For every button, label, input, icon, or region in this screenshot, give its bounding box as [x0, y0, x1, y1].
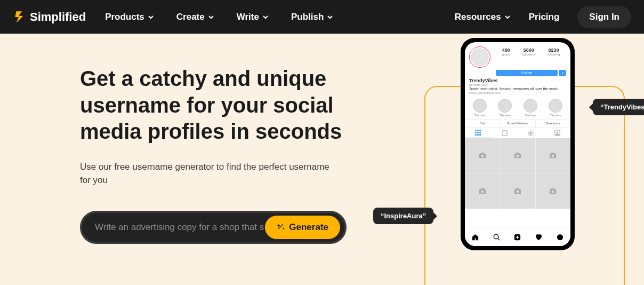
highlight-label: Title here — [549, 114, 562, 117]
highlight-label: Title here — [524, 114, 537, 117]
stat-num: 8230 — [548, 48, 560, 53]
nav-label: Publish — [291, 12, 324, 22]
nav-products[interactable]: Products — [105, 12, 154, 22]
svg-rect-0 — [502, 131, 507, 136]
contact-directions: Directions — [536, 120, 570, 127]
profile-tabs — [465, 128, 570, 138]
photo-grid — [465, 138, 570, 209]
hero-content: Get a catchy and unique username for you… — [80, 66, 384, 244]
nav-label: Write — [237, 12, 259, 22]
camera-icon — [549, 188, 557, 195]
svg-point-4 — [481, 155, 484, 157]
follow-button: Follow — [496, 70, 558, 76]
svg-point-8 — [517, 190, 519, 193]
follow-caret: ▾ — [559, 70, 566, 76]
home-icon — [471, 233, 479, 241]
nav-write[interactable]: Write — [237, 12, 269, 22]
hero: Get a catchy and unique username for you… — [0, 34, 644, 244]
profile-bio: Travel enthusiast. Making memories all o… — [465, 86, 570, 91]
stat-num: 5600 — [522, 48, 535, 53]
camera-icon — [478, 188, 487, 195]
logo[interactable]: Simplified — [13, 10, 86, 24]
camera-icon — [478, 152, 487, 159]
generate-button-label: Generate — [289, 222, 328, 233]
heart-icon — [535, 233, 543, 241]
phone-illustration: 480posts 5600followers 8230following Fol… — [412, 54, 625, 285]
stat-label: posts — [502, 53, 510, 56]
signin-button[interactable]: Sign In — [577, 6, 631, 28]
svg-point-3 — [557, 132, 558, 133]
contact-call: Call — [465, 120, 500, 127]
avatar — [469, 46, 490, 68]
tagged-tab — [544, 128, 571, 138]
svg-point-7 — [481, 190, 484, 193]
prompt-input-wrap: Generate — [80, 211, 347, 244]
contact-row: Call Email Address Directions — [465, 120, 570, 128]
camera-icon — [513, 152, 522, 159]
highlight-label: Title here — [498, 114, 512, 117]
grid-icon — [475, 130, 481, 136]
profile-stats: 480posts 5600followers 8230following — [496, 46, 566, 68]
chevron-down-icon — [262, 14, 269, 20]
nav-label: Resources — [455, 12, 501, 22]
chevron-down-icon — [148, 14, 154, 20]
tooltip-inspireaura: “InspireAura” — [373, 208, 433, 224]
svg-point-10 — [494, 234, 498, 239]
navbar: Simplified Products Create Write Publish… — [0, 0, 644, 34]
svg-point-12 — [557, 234, 563, 240]
nav-create[interactable]: Create — [176, 12, 214, 22]
magic-wand-icon — [277, 223, 285, 231]
tooltip-trendyvibes: “TrendyVibes” — [593, 99, 644, 115]
svg-point-6 — [552, 155, 554, 157]
nav-publish[interactable]: Publish — [291, 12, 333, 22]
page-title: Get a catchy and unique username for you… — [80, 66, 384, 145]
svg-point-9 — [552, 190, 554, 193]
logo-icon — [13, 10, 27, 24]
phone-mockup: 480posts 5600followers 8230following Fol… — [461, 38, 575, 250]
chevron-down-icon — [327, 14, 333, 20]
nav-pricing[interactable]: Pricing — [529, 12, 560, 22]
svg-point-5 — [517, 155, 519, 157]
nav-label: Create — [176, 12, 205, 22]
generate-button[interactable]: Generate — [265, 216, 340, 239]
nav-resources[interactable]: Resources — [455, 12, 511, 22]
nav-label: Pricing — [529, 12, 560, 22]
nav-primary: Products Create Write Publish — [105, 12, 333, 22]
add-icon — [513, 233, 521, 241]
page-subtitle: Use our free username generator to find … — [80, 160, 341, 187]
person-tag-icon — [554, 130, 560, 136]
stat-label: followers — [522, 53, 535, 56]
list-tab — [492, 128, 518, 138]
grid-tab — [465, 128, 492, 138]
stat-label: following — [548, 53, 560, 56]
highlight-label: Title here — [473, 114, 487, 117]
chevron-down-icon — [208, 14, 214, 20]
search-icon — [493, 233, 501, 241]
square-icon — [502, 130, 508, 136]
phone-screen: 480posts 5600followers 8230following Fol… — [465, 42, 570, 246]
nav-secondary: Resources Pricing Sign In — [455, 6, 631, 28]
contact-email: Email Address — [500, 120, 535, 127]
stat-num: 480 — [502, 48, 510, 53]
camera-icon — [549, 152, 557, 159]
profile-icon — [556, 233, 564, 241]
profile-link: www.yourwebsite.com — [465, 91, 570, 97]
story-highlights: Title here Title here Title here Title h… — [465, 97, 570, 120]
prompt-input[interactable] — [95, 222, 265, 233]
star-icon — [528, 130, 534, 136]
logo-text: Simplified — [30, 10, 86, 24]
star-tab — [518, 128, 544, 138]
nav-label: Products — [105, 12, 144, 22]
chevron-down-icon — [504, 14, 511, 20]
camera-icon — [513, 188, 522, 195]
phone-bottom-nav — [465, 228, 570, 246]
profile-name: TrendyVibes — [465, 78, 570, 83]
